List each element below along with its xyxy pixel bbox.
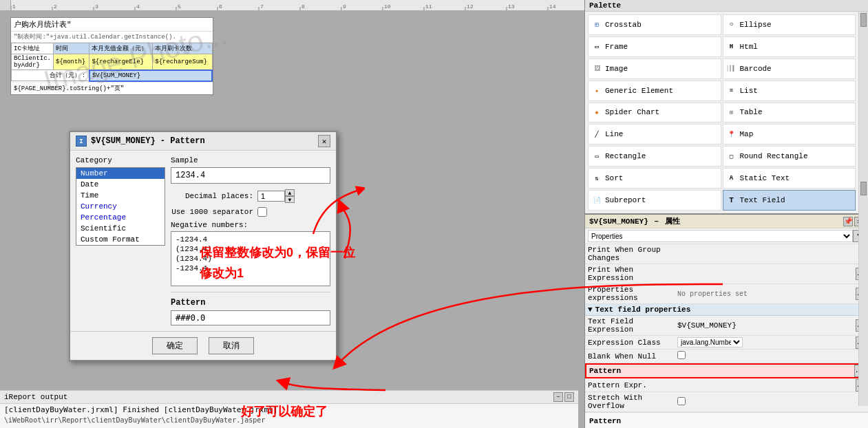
palette-item-ellipse[interactable]: ○ Ellipse: [723, 14, 856, 35]
ok-button[interactable]: 确定: [152, 337, 198, 354]
props-title: $V{SUM_MONEY} － 属性: [589, 216, 680, 226]
palette-item-map[interactable]: 📍 Map: [723, 124, 856, 145]
palette-item-frame[interactable]: ▭ Frame: [588, 36, 721, 57]
category-label: Category: [76, 156, 165, 164]
barcode-icon: ▏▎▍: [726, 63, 737, 74]
svg-text:8: 8: [301, 3, 305, 10]
separator-label: Use 1000 separator: [171, 208, 253, 216]
properties-panel: $V{SUM_MONEY} － 属性 📌 ✕ Properties ▼ Prin: [585, 214, 868, 428]
decimal-places-row: Decimal places: ▲ ▼: [171, 189, 330, 203]
palette-section: Palette ⊞ Crosstab ○ Ellipse ▭: [585, 0, 868, 214]
palette-item-image[interactable]: 🖼 Image: [588, 58, 721, 79]
prop-row-pattern-expr: Pattern Expr. ...: [585, 378, 868, 392]
output-minimize[interactable]: −: [553, 392, 563, 402]
category-date[interactable]: Date: [76, 179, 165, 190]
prop-row-print-when-expr: Print When Expression ...: [585, 264, 868, 284]
rectangle-icon: ▭: [591, 151, 602, 162]
prop-row-text-expr: Text Field Expression $V{SUM_MONEY} ...: [585, 316, 868, 336]
report-table: IC卡地址 时间 本月充值金额（元） 本月刷卡次数 BClientIc. byA…: [11, 43, 213, 82]
line-icon: ╱: [591, 129, 602, 140]
ruler-top: 1 2 3 4 5 6 7 8 9: [0, 0, 584, 11]
blank-null-checkbox[interactable]: [677, 351, 686, 359]
ruler-corner: [0, 0, 11, 11]
prop-label-blank-null: Blank When Null: [585, 351, 675, 362]
neg-item-1[interactable]: -1234.4: [174, 235, 327, 244]
output-content: [clientDayBuyWater.jrxml] Finished [clie…: [0, 404, 578, 416]
prop-row-props-expr: Properties expressions No properties set…: [585, 284, 868, 304]
category-list: Number Date Time Currency Percentage Sci…: [76, 167, 165, 246]
prop-row-print-when-group: Print When Group Changes: [585, 244, 868, 264]
neg-item-3[interactable]: (1234.4): [174, 254, 327, 264]
svg-text:1: 1: [12, 3, 16, 10]
dialog-title: $V{SUM_MONEY} - Pattern: [91, 136, 318, 146]
category-currency[interactable]: Currency: [76, 201, 165, 212]
sum-value[interactable]: $V{SUM_MONEY}: [89, 70, 212, 81]
separator-row: Use 1000 separator: [171, 207, 330, 217]
prop-value-blank-null: [675, 350, 868, 363]
right-panel: Palette ⊞ Crosstab ○ Ellipse ▭: [584, 0, 868, 428]
palette-item-static-text[interactable]: A Static Text: [723, 168, 856, 189]
prop-label-pattern-expr: Pattern Expr.: [585, 380, 675, 391]
palette-item-list[interactable]: ≡ List: [723, 81, 856, 101]
separator-checkbox[interactable]: [257, 207, 267, 217]
palette-item-rectangle[interactable]: ▭ Rectangle: [588, 146, 721, 167]
prop-label-pattern: Pattern: [586, 365, 676, 376]
spin-down-button[interactable]: ▼: [285, 196, 295, 203]
prop-value-print-when-expr: [675, 272, 856, 275]
palette-item-crosstab[interactable]: ⊞ Crosstab: [588, 14, 721, 35]
palette-item-line[interactable]: ╱ Line: [588, 124, 721, 145]
palette-grid: ⊞ Crosstab ○ Ellipse ▭ Frame H Html: [585, 12, 858, 213]
category-number[interactable]: Number: [76, 168, 165, 179]
category-custom[interactable]: Custom Format: [76, 234, 165, 245]
prop-label-stretch: Stretch With Overflow: [585, 392, 675, 411]
prop-value-print-when-group: [675, 253, 868, 255]
output-maximize[interactable]: □: [564, 392, 574, 402]
prop-label-text-expr: Text Field Expression: [585, 316, 675, 335]
palette-item-generic[interactable]: ✦ Generic Element: [588, 81, 721, 101]
neg-item-4[interactable]: -1234.4-: [174, 264, 327, 273]
prop-row-expr-class: Expression Class java.lang.Number ...: [585, 336, 868, 350]
negative-numbers-label: Negative numbers:: [171, 221, 330, 229]
decimal-places-input[interactable]: [257, 191, 285, 202]
category-time[interactable]: Time: [76, 190, 165, 201]
category-percentage[interactable]: Percentage: [76, 212, 165, 223]
stretch-checkbox[interactable]: [677, 397, 686, 405]
spin-up-button[interactable]: ▲: [285, 189, 295, 196]
palette-item-html[interactable]: H Html: [723, 36, 856, 57]
prop-label-props-expr: Properties expressions: [585, 284, 675, 303]
props-scrollbar[interactable]: [858, 214, 868, 406]
subreport-icon: 📄: [591, 195, 602, 206]
props-pin-button[interactable]: 📌: [843, 217, 853, 226]
cancel-button[interactable]: 取消: [209, 337, 254, 354]
props-dropdown[interactable]: Properties: [588, 230, 853, 242]
prop-value-expr-class: java.lang.Number: [675, 336, 856, 349]
text-field-icon: T: [726, 195, 737, 206]
palette-item-sort[interactable]: ⇅ Sort: [588, 168, 721, 189]
ellipse-icon: ○: [726, 19, 737, 30]
prop-value-pattern-expr: [675, 384, 856, 387]
prop-value-props-expr: No properties set: [675, 289, 856, 299]
round-rectangle-icon: ▢: [726, 151, 737, 162]
pattern-value: ###0.0: [171, 310, 330, 325]
report-canvas: 户购水月统计表" "制表时间:"+java.util.Calendar.getI…: [10, 17, 213, 95]
palette-item-round-rectangle[interactable]: ▢ Round Rectangle: [723, 146, 856, 167]
pattern-title: Pattern: [171, 298, 330, 308]
palette-item-spider[interactable]: ◈ Spider Chart: [588, 103, 721, 123]
palette-item-barcode[interactable]: ▏▎▍ Barcode: [723, 58, 856, 79]
palette-item-subreport[interactable]: 📄 Subreport: [588, 190, 721, 211]
svg-text:11: 11: [425, 3, 432, 10]
palette-item-table[interactable]: ⊞ Table: [723, 103, 856, 123]
image-icon: 🖼: [591, 63, 602, 74]
main-container: 1 2 3 4 5 6 7 8 9: [0, 0, 868, 428]
category-scientific[interactable]: Scientific: [76, 223, 165, 234]
pattern-dialog: I $V{SUM_MONEY} - Pattern ✕ Category Num…: [69, 131, 337, 361]
prop-row-pattern: Pattern ...: [585, 363, 868, 378]
expr-class-select[interactable]: java.lang.Number: [677, 337, 743, 347]
palette-item-text-field[interactable]: T Text Field: [723, 190, 856, 211]
map-icon: 📍: [726, 129, 737, 140]
sample-label: Sample: [171, 156, 330, 164]
dialog-close-button[interactable]: ✕: [318, 135, 330, 147]
report-footer: ${PAGE_NUMBER}.toString()+"页": [11, 82, 213, 94]
neg-item-2[interactable]: (1234.4): [174, 244, 327, 254]
svg-text:13: 13: [508, 3, 515, 10]
